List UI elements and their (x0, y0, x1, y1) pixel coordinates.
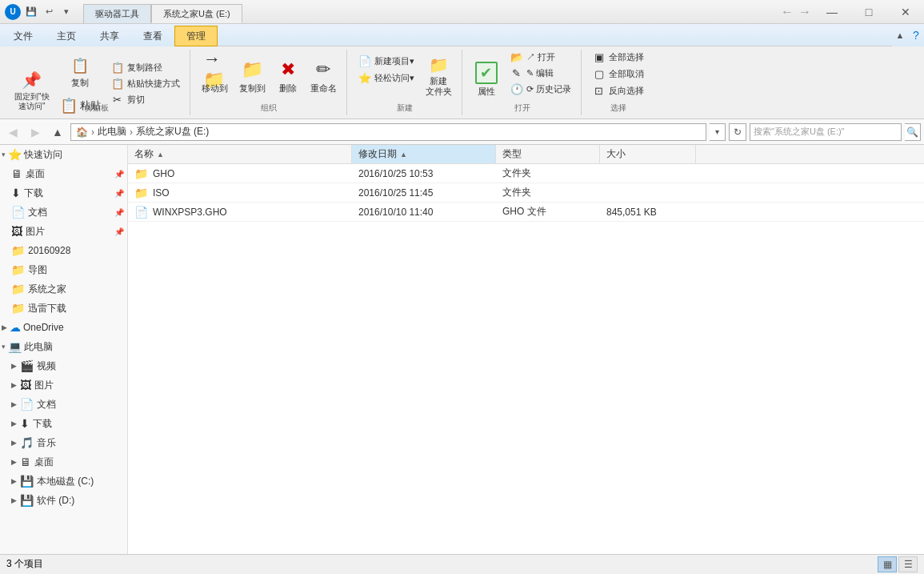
close-button[interactable]: ✕ (887, 0, 924, 24)
search-button[interactable]: 🔍 (905, 123, 921, 141)
table-row[interactable]: 📁 GHO 2016/10/25 10:53 文件夹 (128, 164, 924, 183)
onedrive-icon: ☁ (10, 321, 21, 334)
quick-access-icons: 💾 ↩ ▾ (24, 5, 74, 19)
refresh-button[interactable]: ↻ (729, 123, 746, 141)
help-icon[interactable]: ? (908, 24, 924, 46)
properties-label: 属性 (478, 86, 495, 98)
copy-to-button[interactable]: 📁 复制到 (234, 52, 270, 100)
sidebar-item-desktop[interactable]: 🖥 桌面 📌 (0, 164, 127, 183)
downloads2-label: 下载 (33, 417, 52, 431)
cut-button[interactable]: ✂ 剪切 (106, 93, 185, 107)
pin-icon-2: 📌 (114, 189, 124, 198)
file-size: 845,051 KB (606, 207, 657, 218)
properties-icon: ✔ (475, 62, 498, 84)
sidebar-item-downloads[interactable]: ⬇ 下载 📌 (0, 183, 127, 203)
table-row[interactable]: 📄 WINXPSP3.GHO 2016/10/10 11:40 GHO 文件 8… (128, 203, 924, 222)
col-header-name[interactable]: 名称 ▲ (128, 145, 352, 163)
sidebar-item-music[interactable]: ▶ 🎵 音乐 (0, 433, 127, 452)
tab-view[interactable]: 查看 (131, 26, 174, 46)
tab-share[interactable]: 共享 (88, 26, 131, 46)
open-button[interactable]: 📂 ↗ 打开 (506, 50, 576, 64)
delete-button[interactable]: ✖ 删除 (272, 52, 304, 100)
grid-view-button[interactable]: ▦ (878, 556, 897, 572)
col-header-type[interactable]: 类型 (496, 145, 600, 163)
copy-path-button[interactable]: 📋 复制路径 (106, 61, 185, 75)
file-name: WINXPSP3.GHO (153, 207, 227, 218)
tab-driver-tools[interactable]: 驱动器工具 (83, 4, 151, 23)
sidebar-item-mindmap[interactable]: 📁 导图 (0, 260, 127, 279)
quick-access-label: 快速访问 (24, 148, 62, 162)
table-row[interactable]: 📁 ISO 2016/10/25 11:45 文件夹 (128, 183, 924, 203)
clipboard-label: 剪贴板 (85, 102, 109, 114)
invert-label: 反向选择 (609, 85, 644, 97)
nav-prev-icon[interactable]: ← (778, 3, 796, 21)
save-quick-icon[interactable]: 💾 (24, 5, 38, 19)
sidebar-item-desktop2[interactable]: ▶ 🖥 桌面 (0, 452, 127, 472)
paste-shortcut-button[interactable]: 📋 粘贴快捷方式 (106, 77, 185, 91)
copy-label: 复制 (71, 77, 89, 89)
sidebar-item-documents2[interactable]: ▶ 📄 文档 (0, 395, 127, 414)
ribbon-collapse-icon[interactable]: ▲ (892, 24, 908, 46)
address-dropdown-icon[interactable]: ▾ (710, 123, 726, 141)
deselect-all-button[interactable]: ▢ 全部取消 (588, 66, 649, 81)
new-item-button[interactable]: 📄 新建项目▾ (354, 54, 419, 69)
sidebar-item-pictures[interactable]: 🖼 图片 📌 (0, 222, 127, 241)
sidebar-section-this-pc[interactable]: ▾ 💻 此电脑 (0, 337, 127, 356)
undo-quick-icon[interactable]: ↩ (42, 5, 56, 19)
expand-icon-7: ▶ (11, 477, 17, 485)
col-type-label: 类型 (502, 147, 522, 161)
expand-icon: ▶ (11, 362, 17, 370)
file-name-cell: 📁 GHO (128, 164, 352, 183)
minimize-button[interactable]: — (814, 0, 850, 24)
sidebar-item-c-drive[interactable]: ▶ 💾 本地磁盘 (C:) (0, 472, 127, 491)
tab-usb-drive[interactable]: 系统之家U盘 (E:) (151, 4, 242, 23)
file-date-cell: 2016/10/10 11:40 (352, 203, 496, 221)
select-all-button[interactable]: ▣ 全部选择 (588, 50, 649, 64)
easy-access-button[interactable]: ⭐ 轻松访问▾ (354, 71, 419, 86)
new-folder-button[interactable]: 📁 新建文件夹 (421, 52, 457, 100)
sidebar-item-20160928[interactable]: 📁 20160928 (0, 241, 127, 260)
nav-next-icon[interactable]: → (796, 3, 814, 21)
main-layout: ▾ ⭐ 快速访问 🖥 桌面 📌 ⬇ 下载 📌 📄 文档 📌 🖼 图片 📌 📁 2… (0, 145, 924, 554)
col-header-size[interactable]: 大小 (600, 145, 696, 163)
sidebar-item-pictures2[interactable]: ▶ 🖼 图片 (0, 375, 127, 395)
chevron-down-icon-2: ▾ (2, 343, 6, 351)
copy-button[interactable]: 📋 复制 (56, 53, 105, 92)
col-header-date[interactable]: 修改日期 ▲ (352, 145, 496, 163)
downloads-icon: ⬇ (11, 187, 21, 199)
sidebar-item-documents[interactable]: 📄 文档 📌 (0, 203, 127, 222)
col-date-label: 修改日期 (358, 147, 397, 161)
invert-select-button[interactable]: ⊡ 反向选择 (588, 83, 649, 98)
sidebar-item-downloads2[interactable]: ▶ ⬇ 下载 (0, 414, 127, 433)
new-label: 新建 (397, 102, 413, 114)
paste-icon: 📋 (60, 97, 78, 114)
sidebar-item-thunder[interactable]: 📁 迅雷下载 (0, 299, 127, 318)
pin-quick-access-button[interactable]: 📌 固定到"快速访问" (10, 66, 54, 114)
sidebar-section-onedrive[interactable]: ▶ ☁ OneDrive (0, 318, 127, 337)
tab-manage[interactable]: 管理 (174, 26, 218, 46)
rename-button[interactable]: ✏ 重命名 (306, 52, 342, 100)
desktop2-icon: 🖥 (20, 456, 31, 468)
search-box[interactable]: 搜索"系统之家U盘 (E:)" (750, 123, 902, 141)
list-view-button[interactable]: ☰ (898, 556, 918, 572)
sidebar-item-d-drive[interactable]: ▶ 💾 软件 (D:) (0, 491, 127, 510)
history-button[interactable]: 🕐 ⟳ 历史记录 (506, 82, 576, 96)
maximize-button[interactable]: □ (850, 0, 887, 24)
ribbon-group-clipboard: 📌 固定到"快速访问" 📋 复制 📋 粘贴 📋 (5, 50, 190, 115)
col-name-label: 名称 (134, 147, 154, 161)
move-to-button[interactable]: →📁 移动到 (197, 52, 233, 100)
sidebar-item-videos[interactable]: ▶ 🎬 视频 (0, 356, 127, 375)
tab-file[interactable]: 文件 (2, 26, 45, 46)
invert-icon: ⊡ (593, 84, 606, 97)
edit-button[interactable]: ✎ ✎ 编辑 (506, 66, 576, 80)
sidebar-item-xitongzhijia[interactable]: 📁 系统之家 (0, 279, 127, 299)
sidebar-section-quick-access[interactable]: ▾ ⭐ 快速访问 (0, 145, 127, 164)
dropdown-quick-icon[interactable]: ▾ (59, 5, 74, 19)
d-drive-label: 软件 (D:) (37, 494, 74, 508)
ribbon-content: 📌 固定到"快速访问" 📋 复制 📋 粘贴 📋 (0, 46, 924, 118)
col-sort-arrow: ▲ (157, 151, 164, 159)
properties-button[interactable]: ✔ 属性 (469, 55, 504, 103)
file-list: 名称 ▲ 修改日期 ▲ 类型 大小 📁 GHO (128, 145, 924, 554)
new-item-icon: 📄 (358, 55, 371, 68)
tab-home[interactable]: 主页 (45, 26, 88, 46)
